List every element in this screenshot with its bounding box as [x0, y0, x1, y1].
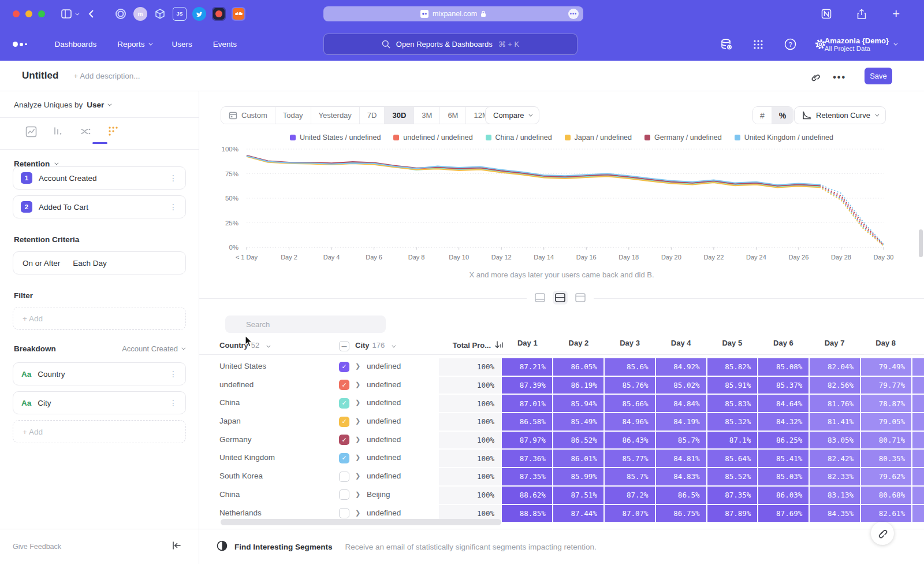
legend-item[interactable]: Japan / undefined — [565, 133, 632, 142]
format-percent-button[interactable]: % — [772, 107, 793, 124]
series-checkbox[interactable]: ✓ — [339, 453, 349, 463]
legend-item[interactable]: undefined / undefined — [393, 133, 472, 142]
day-header[interactable]: Day 6 — [758, 339, 809, 347]
series-checkbox[interactable]: ✓ — [339, 398, 349, 409]
breakdown-event-selector[interactable]: Account Created — [122, 344, 184, 353]
nav-reports[interactable]: Reports — [117, 40, 151, 49]
producthunt-extension-icon[interactable] — [212, 7, 226, 21]
minimize-window-button[interactable] — [25, 10, 32, 17]
kebab-menu-icon[interactable]: ⋮ — [169, 202, 177, 212]
page-title[interactable]: Untitled — [22, 70, 58, 81]
format-hash-button[interactable]: # — [753, 107, 772, 124]
expand-row-icon[interactable]: ❯ — [355, 399, 360, 406]
step-added-to-cart[interactable]: 2 Added To Cart ⋮ — [13, 195, 186, 218]
kebab-menu-icon[interactable]: ⋮ — [169, 398, 177, 407]
notion-icon[interactable] — [821, 9, 832, 19]
tab-insights[interactable] — [24, 125, 38, 139]
select-all-checkbox[interactable]: – — [339, 341, 349, 351]
zoom-window-button[interactable] — [38, 10, 45, 17]
range-3m[interactable]: 3M — [414, 107, 440, 124]
help-icon[interactable]: ? — [783, 38, 797, 51]
share-icon[interactable] — [857, 9, 866, 20]
expand-row-icon[interactable]: ❯ — [355, 381, 360, 388]
expand-row-icon[interactable]: ❯ — [355, 362, 360, 370]
address-more-icon[interactable]: ••• — [568, 9, 579, 19]
day-header[interactable]: Day 4 — [655, 339, 707, 347]
series-checkbox[interactable] — [339, 508, 349, 518]
country-column-header[interactable]: Country52 — [219, 341, 269, 350]
series-checkbox[interactable]: ✓ — [339, 380, 349, 390]
series-checkbox[interactable] — [339, 472, 349, 482]
add-breakdown-button[interactable]: + Add — [13, 420, 186, 443]
day-header[interactable]: Day 2 — [553, 339, 605, 347]
vertical-scrollbar[interactable] — [919, 229, 923, 257]
expand-row-icon[interactable]: ❯ — [355, 454, 360, 461]
apps-grid-icon[interactable] — [751, 38, 765, 51]
range-6m[interactable]: 6M — [440, 107, 466, 124]
new-tab-icon[interactable]: + — [892, 6, 900, 21]
nav-dashboards[interactable]: Dashboards — [55, 40, 97, 49]
legend-item[interactable]: China / undefined — [486, 133, 552, 142]
day-header[interactable]: Day 3 — [604, 339, 655, 347]
range-7d[interactable]: 7D — [360, 107, 385, 124]
day-header[interactable]: Day 7 — [809, 339, 860, 347]
expand-row-icon[interactable]: ❯ — [355, 417, 360, 425]
city-column-header[interactable]: City176 — [355, 341, 394, 350]
series-checkbox[interactable]: ✓ — [339, 435, 349, 445]
project-switcher[interactable]: Amazonia {Demo} All Project Data — [825, 36, 896, 52]
soundcloud-extension-icon[interactable] — [232, 7, 245, 21]
horizontal-scrollbar[interactable] — [221, 519, 501, 525]
kebab-menu-icon[interactable]: ⋮ — [169, 369, 177, 379]
address-bar[interactable]: mixpanel.com ••• — [323, 6, 583, 21]
breakdown-country[interactable]: Aa Country ⋮ — [13, 362, 186, 385]
add-filter-button[interactable]: + Add — [13, 307, 186, 330]
global-search[interactable]: Open Reports & Dashboards ⌘ + K — [323, 34, 578, 55]
m-extension-icon[interactable]: m — [133, 7, 147, 21]
js-extension-icon[interactable]: JS — [173, 7, 187, 21]
box-extension-icon[interactable] — [153, 7, 167, 21]
chart-type-selector[interactable]: Retention Curve — [794, 106, 886, 124]
expand-row-icon[interactable]: ❯ — [355, 509, 360, 517]
back-icon[interactable] — [88, 9, 94, 18]
view-split-button[interactable] — [553, 291, 568, 305]
tab-retention[interactable] — [106, 125, 120, 139]
compare-button[interactable]: Compare — [485, 106, 539, 124]
mixpanel-logo[interactable] — [13, 42, 27, 47]
series-checkbox[interactable] — [339, 489, 349, 500]
series-checkbox[interactable]: ✓ — [339, 417, 349, 427]
add-description[interactable]: + Add description... — [73, 72, 140, 80]
more-options-icon[interactable]: ••• — [833, 72, 846, 83]
legend-item[interactable]: Germany / undefined — [644, 133, 722, 142]
copy-link-icon[interactable] — [810, 72, 820, 84]
save-button[interactable]: Save — [865, 68, 892, 84]
nav-users[interactable]: Users — [172, 40, 192, 49]
view-chart-only-button[interactable] — [532, 291, 547, 305]
expand-row-icon[interactable]: ❯ — [355, 472, 360, 480]
day-header[interactable]: Day 5 — [707, 339, 758, 347]
data-management-icon[interactable] — [720, 38, 733, 51]
share-report-button[interactable] — [871, 522, 894, 545]
expand-row-icon[interactable]: ❯ — [355, 491, 360, 498]
tab-flows[interactable] — [79, 125, 93, 139]
total-column-header[interactable]: Total Pro... — [439, 341, 491, 350]
breakdown-city[interactable]: Aa City ⋮ — [13, 391, 186, 414]
browser-sidebar-icon[interactable] — [61, 9, 72, 18]
range-custom[interactable]: Custom — [221, 107, 275, 124]
day-header[interactable]: Day 1 — [502, 339, 553, 347]
kebab-menu-icon[interactable]: ⋮ — [169, 173, 177, 183]
expand-row-icon[interactable]: ❯ — [355, 436, 360, 443]
retention-criteria-selector[interactable]: On or After Each Day — [13, 251, 186, 274]
range-today[interactable]: Today — [275, 107, 311, 124]
target-extension-icon[interactable] — [114, 7, 128, 21]
legend-item[interactable]: United States / undefined — [290, 133, 381, 142]
view-table-only-button[interactable] — [573, 291, 588, 305]
find-segments-link[interactable]: Find Interesting Segments — [234, 543, 333, 551]
chevron-down-icon[interactable] — [75, 13, 78, 16]
tab-funnels[interactable] — [51, 125, 65, 139]
range-30d[interactable]: 30D — [385, 107, 414, 124]
collapse-sidebar-icon[interactable] — [172, 541, 181, 552]
table-search-input[interactable] — [225, 316, 386, 333]
close-window-button[interactable] — [13, 10, 20, 17]
retention-chart[interactable]: 0%25%50%75%100%< 1 DayDay 2Day 4Day 6Day… — [211, 144, 895, 269]
nav-events[interactable]: Events — [213, 40, 237, 49]
